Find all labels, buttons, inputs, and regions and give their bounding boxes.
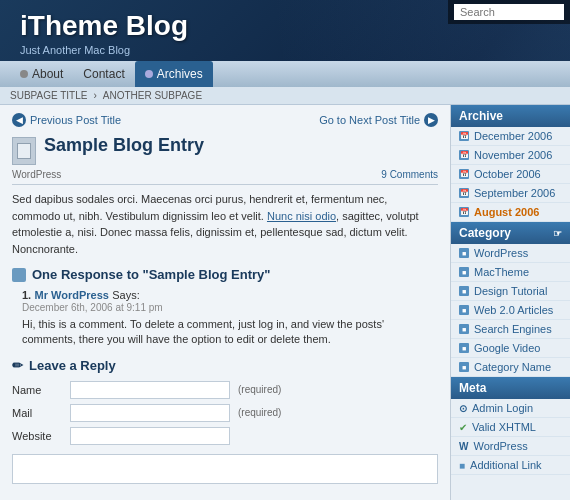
check-icon: ✔ [459, 422, 467, 433]
blog-entry: Sample Blog Entry WordPress 9 Comments S… [12, 135, 438, 257]
sidebar-meta-xhtml[interactable]: ✔ Valid XHTML [451, 418, 570, 437]
comment-text: Hi, this is a comment. To delete a comme… [22, 317, 438, 348]
sidebar-cat-web20[interactable]: ■ Web 2.0 Articles [451, 301, 570, 320]
post-comments-count[interactable]: 9 Comments [381, 169, 438, 180]
comments-icon [12, 268, 26, 282]
sidebar-item-sep2006[interactable]: 📅 September 2006 [451, 184, 570, 203]
search-bar [448, 0, 570, 24]
name-label: Name [12, 384, 62, 396]
sidebar-cat-wordpress[interactable]: ■ WordPress [451, 244, 570, 263]
pencil-icon: ✏ [12, 358, 23, 373]
breadcrumb: Subpage Title › Another Subpage [0, 87, 570, 105]
sidebar-meta-wordpress[interactable]: W WordPress [451, 437, 570, 456]
post-navigation: ◀ Previous Post Title Go to Next Post Ti… [12, 113, 438, 127]
calendar-icon: 📅 [459, 131, 469, 141]
search-input[interactable] [454, 4, 564, 20]
reply-form: ✏ Leave a Reply Name (required) Mail (re… [12, 358, 438, 487]
post-meta: WordPress 9 Comments [12, 169, 438, 185]
category-icon: ■ [459, 305, 469, 315]
calendar-icon: 📅 [459, 207, 469, 217]
name-required: (required) [238, 384, 281, 395]
website-input[interactable] [70, 427, 230, 445]
doc-icon: ■ [459, 460, 465, 471]
nav-icon-about [20, 70, 28, 78]
sidebar-item-nov2006[interactable]: 📅 November 2006 [451, 146, 570, 165]
category-icon: ■ [459, 324, 469, 334]
post-header: Sample Blog Entry [12, 135, 438, 165]
category-icon: ■ [459, 267, 469, 277]
comments-title: One Response to "Sample Blog Entry" [12, 267, 438, 282]
next-post-link[interactable]: Go to Next Post Title ▶ [319, 113, 438, 127]
mail-label: Mail [12, 407, 62, 419]
comment-item: 1. Mr WordPress Says: December 6th, 2006… [22, 288, 438, 348]
comment-date: December 6th, 2006 at 9:11 pm [22, 302, 438, 313]
nav-item-about[interactable]: About [10, 61, 73, 87]
sidebar-item-aug2006[interactable]: 📅 August 2006 [451, 203, 570, 222]
post-category: WordPress [12, 169, 61, 180]
sidebar-item-oct2006[interactable]: 📅 October 2006 [451, 165, 570, 184]
nav-item-contact[interactable]: Contact [73, 61, 134, 87]
category-icon: ■ [459, 343, 469, 353]
reply-title: ✏ Leave a Reply [12, 358, 438, 373]
wordpress-icon: W [459, 441, 468, 452]
meta-title: Meta [451, 377, 570, 399]
post-title: Sample Blog Entry [44, 135, 204, 156]
sidebar-category: Category ☞ ■ WordPress ■ MacTheme ■ Desi… [451, 222, 570, 377]
calendar-icon: 📅 [459, 169, 469, 179]
sidebar-cat-categoryname[interactable]: ■ Category Name [451, 358, 570, 377]
category-icon: ■ [459, 362, 469, 372]
calendar-icon: 📅 [459, 188, 469, 198]
sidebar-cat-mactheme[interactable]: ■ MacTheme [451, 263, 570, 282]
website-field-row: Website [12, 427, 438, 445]
mail-field-row: Mail (required) [12, 404, 438, 422]
next-arrow-icon: ▶ [424, 113, 438, 127]
sidebar-item-dec2006[interactable]: 📅 December 2006 [451, 127, 570, 146]
prev-post-link[interactable]: ◀ Previous Post Title [12, 113, 121, 127]
sidebar-archive: Archive 📅 December 2006 📅 November 2006 … [451, 105, 570, 222]
category-icon: ■ [459, 248, 469, 258]
name-field-row: Name (required) [12, 381, 438, 399]
nav-icon-archives [145, 70, 153, 78]
sidebar-cat-googlevideo[interactable]: ■ Google Video [451, 339, 570, 358]
admin-icon: ⊙ [459, 403, 467, 414]
content-area: ◀ Previous Post Title Go to Next Post Ti… [0, 105, 450, 500]
sidebar-cat-design[interactable]: ■ Design Tutorial [451, 282, 570, 301]
comment-textarea[interactable] [12, 454, 438, 484]
sidebar-cat-search[interactable]: ■ Search Engines [451, 320, 570, 339]
category-title: Category ☞ [451, 222, 570, 244]
nav: About Contact Archives [0, 61, 570, 87]
sidebar-meta-additionallink[interactable]: ■ Additional Link [451, 456, 570, 475]
post-body: Sed dapibus sodales orci. Maecenas orci … [12, 191, 438, 257]
mail-input[interactable] [70, 404, 230, 422]
name-input[interactable] [70, 381, 230, 399]
category-icon: ■ [459, 286, 469, 296]
post-link[interactable]: Nunc nisi odio [267, 210, 336, 222]
calendar-icon: 📅 [459, 150, 469, 160]
category-cursor-icon: ☞ [553, 228, 562, 239]
site-tagline: Just Another Mac Blog [20, 44, 550, 56]
post-icon [12, 137, 36, 165]
sidebar-meta: Meta ⊙ Admin Login ✔ Valid XHTML W WordP… [451, 377, 570, 475]
archive-title: Archive [451, 105, 570, 127]
sidebar: Archive 📅 December 2006 📅 November 2006 … [450, 105, 570, 500]
nav-item-archives[interactable]: Archives [135, 61, 213, 87]
website-label: Website [12, 430, 62, 442]
mail-required: (required) [238, 407, 281, 418]
prev-arrow-icon: ◀ [12, 113, 26, 127]
comments-section: One Response to "Sample Blog Entry" 1. M… [12, 267, 438, 348]
sidebar-meta-adminlogin[interactable]: ⊙ Admin Login [451, 399, 570, 418]
main-layout: ◀ Previous Post Title Go to Next Post Ti… [0, 105, 570, 500]
